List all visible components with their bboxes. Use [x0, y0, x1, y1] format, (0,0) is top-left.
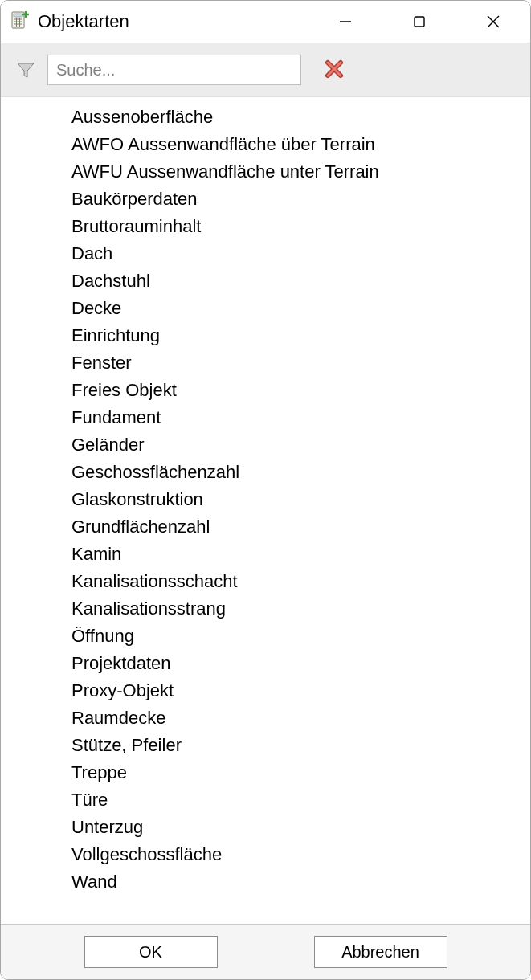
filter-icon: [15, 59, 36, 80]
dialog-window: Objektarten: [0, 0, 531, 980]
object-type-list[interactable]: AussenoberflächeAWFO Aussenwandfläche üb…: [1, 97, 530, 924]
list-item[interactable]: Aussenoberfläche: [71, 104, 530, 131]
list-item[interactable]: Unterzug: [71, 814, 530, 841]
clear-x-icon: [324, 59, 345, 82]
list-item[interactable]: Geschossflächenzahl: [71, 459, 530, 486]
list-item[interactable]: Türe: [71, 786, 530, 814]
list-item[interactable]: Proxy-Objekt: [71, 677, 530, 704]
app-icon: [10, 10, 30, 33]
titlebar-left: Objektarten: [1, 10, 308, 33]
list-item[interactable]: Freies Objekt: [71, 377, 530, 404]
list-item[interactable]: Fenster: [71, 349, 530, 377]
list-item[interactable]: Dach: [71, 240, 530, 267]
list-item[interactable]: Kanalisationsstrang: [71, 595, 530, 623]
list-item[interactable]: Geländer: [71, 431, 530, 459]
list-item[interactable]: Dachstuhl: [71, 267, 530, 295]
maximize-button[interactable]: [382, 1, 456, 43]
list-item[interactable]: Wand: [71, 868, 530, 896]
minimize-button[interactable]: [308, 1, 382, 43]
list-item[interactable]: Kanalisationsschacht: [71, 568, 530, 595]
maximize-icon: [413, 15, 426, 28]
cancel-button[interactable]: Abbrechen: [314, 936, 447, 968]
clear-filter-button[interactable]: [324, 59, 345, 82]
svg-rect-10: [415, 17, 424, 27]
list-item[interactable]: Raumdecke: [71, 704, 530, 732]
search-input[interactable]: [47, 55, 301, 85]
list-item[interactable]: AWFO Aussenwandfläche über Terrain: [71, 131, 530, 158]
list-item[interactable]: Kamin: [71, 541, 530, 568]
list-item[interactable]: Vollgeschossfläche: [71, 841, 530, 868]
list-item[interactable]: Baukörperdaten: [71, 186, 530, 213]
filter-bar: [1, 43, 530, 97]
list-item[interactable]: Grundflächenzahl: [71, 513, 530, 541]
list-item[interactable]: Bruttorauminhalt: [71, 213, 530, 240]
list-item[interactable]: Einrichtung: [71, 322, 530, 349]
list-item[interactable]: Decke: [71, 295, 530, 322]
window-title: Objektarten: [38, 11, 129, 32]
titlebar: Objektarten: [1, 1, 530, 43]
window-controls: [308, 1, 530, 43]
list-item[interactable]: Stütze, Pfeiler: [71, 732, 530, 759]
list-item[interactable]: Öffnung: [71, 623, 530, 650]
dialog-footer: OK Abbrechen: [1, 924, 530, 979]
list-item[interactable]: Fundament: [71, 404, 530, 431]
ok-button[interactable]: OK: [84, 936, 218, 968]
close-button[interactable]: [456, 1, 530, 43]
close-icon: [486, 14, 500, 29]
list-item[interactable]: Glaskonstruktion: [71, 486, 530, 513]
minimize-icon: [339, 15, 352, 28]
svg-rect-1: [14, 14, 22, 17]
list-item[interactable]: Projektdaten: [71, 650, 530, 677]
list-item[interactable]: AWFU Aussenwandfläche unter Terrain: [71, 158, 530, 186]
list-item[interactable]: Treppe: [71, 759, 530, 786]
